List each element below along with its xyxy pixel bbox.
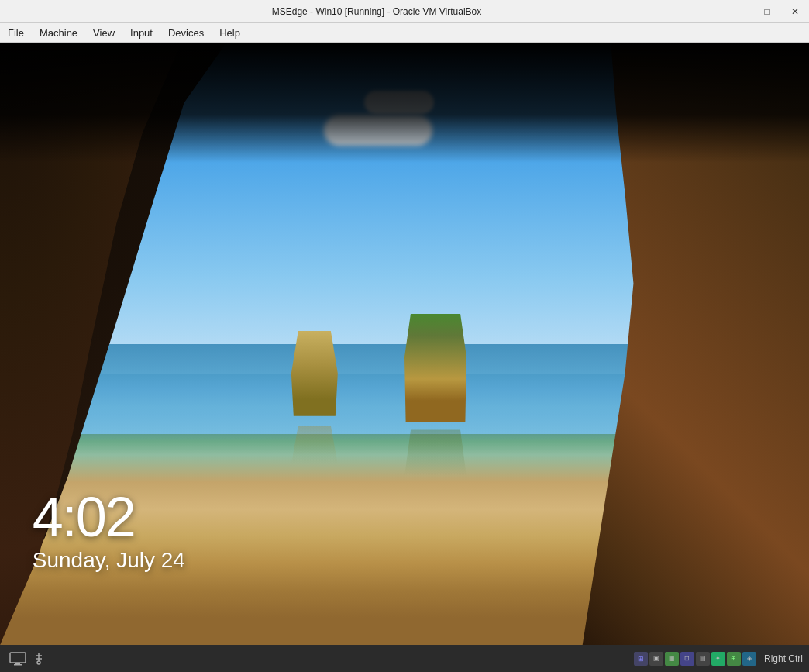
rock-formation-1 (291, 331, 338, 416)
menu-item-view[interactable]: View (85, 23, 122, 42)
clock-date: Sunday, July 24 (33, 548, 185, 573)
window-controls: ─ □ ✕ (725, 0, 809, 22)
title-bar: MSEdge - Win10 [Running] - Oracle VM Vir… (0, 0, 809, 23)
maximize-button[interactable]: □ (753, 0, 781, 23)
tray-icon-1[interactable]: ⊞ (634, 652, 648, 666)
close-button[interactable]: ✕ (781, 0, 809, 23)
rock-reflection-2 (404, 429, 466, 476)
menu-bar: File Machine View Input Devices Help (0, 23, 809, 43)
vm-viewport[interactable]: 4:02 Sunday, July 24 (0, 43, 809, 645)
vm-wallpaper: 4:02 Sunday, July 24 (0, 43, 809, 645)
right-ctrl-label: Right Ctrl (764, 653, 803, 664)
svg-point-3 (37, 661, 40, 664)
vm-screen-icon[interactable] (9, 652, 26, 666)
system-tray: ⊞ ▣ ▦ ⊡ ▤ ✦ ⊕ ◈ (634, 652, 756, 666)
minimize-button[interactable]: ─ (725, 0, 753, 23)
menu-item-help[interactable]: Help (212, 23, 248, 42)
rock-reflection-1 (291, 426, 338, 464)
rock-formation-2 (404, 314, 466, 422)
tray-icon-5[interactable]: ▤ (696, 652, 710, 666)
status-bar: ⊞ ▣ ▦ ⊡ ▤ ✦ ⊕ ◈ Right Ctrl (0, 645, 809, 672)
tray-icon-2[interactable]: ▣ (649, 652, 663, 666)
tray-icon-4[interactable]: ⊡ (680, 652, 694, 666)
clock-time: 4:02 (33, 489, 185, 545)
tray-icon-3[interactable]: ▦ (665, 652, 679, 666)
tray-icon-8[interactable]: ◈ (742, 652, 756, 666)
menu-item-input[interactable]: Input (122, 23, 160, 42)
cave-ceiling (0, 43, 809, 163)
clock-overlay: 4:02 Sunday, July 24 (33, 489, 185, 573)
svg-rect-2 (14, 664, 22, 666)
usb-icon[interactable] (31, 652, 46, 666)
menu-item-machine[interactable]: Machine (32, 23, 85, 42)
window-title: MSEdge - Win10 [Running] - Oracle VM Vir… (28, 6, 725, 17)
svg-rect-0 (10, 653, 26, 663)
tray-icon-7[interactable]: ⊕ (727, 652, 741, 666)
menu-item-devices[interactable]: Devices (160, 23, 212, 42)
tray-icon-6-green[interactable]: ✦ (711, 652, 725, 666)
menu-item-file[interactable]: File (0, 23, 32, 42)
svg-rect-1 (15, 663, 20, 664)
